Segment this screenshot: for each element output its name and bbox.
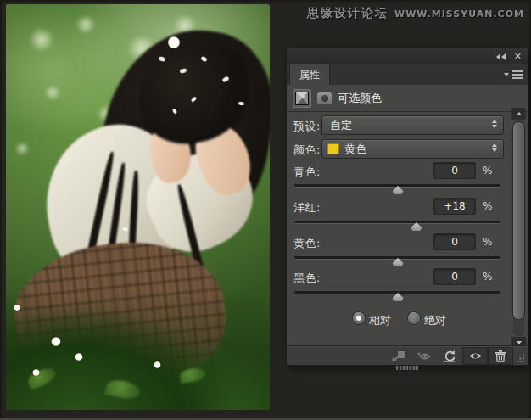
cyan-slider-track[interactable] — [294, 184, 500, 187]
color-value: 黄色 — [344, 142, 366, 157]
clip-to-layer-icon — [391, 350, 406, 362]
magenta-unit: % — [483, 200, 492, 212]
dropdown-spinner-icon — [492, 143, 497, 152]
black-unit: % — [483, 271, 492, 283]
visibility-button[interactable] — [462, 347, 488, 365]
view-previous-state-button[interactable] — [411, 347, 437, 365]
adjustment-header: 可选颜色 — [287, 85, 528, 111]
view-previous-state-icon — [416, 350, 433, 361]
yellow-slider-track[interactable] — [294, 256, 500, 259]
magenta-slider-track[interactable] — [294, 221, 500, 223]
watermark-site-url: WWW.MISSYUAN.COM — [394, 8, 524, 20]
preset-dropdown[interactable]: 自定 — [322, 116, 503, 134]
preset-label: 预设: — [293, 119, 321, 134]
photo-flower — [154, 361, 161, 368]
panel-toolbar — [287, 345, 528, 365]
cyan-unit: % — [483, 165, 492, 176]
absolute-radio[interactable] — [408, 312, 420, 324]
collapse-panel-icon[interactable] — [496, 52, 506, 61]
magenta-value-field[interactable]: +18 — [434, 199, 475, 214]
photo-flower — [51, 337, 61, 346]
photo-bokeh — [14, 143, 31, 154]
yellow-label: 黄色: — [293, 236, 321, 251]
cyan-label: 青色: — [293, 165, 321, 180]
photo-flower — [167, 36, 181, 48]
relative-radio-label[interactable]: 相对 — [369, 313, 391, 328]
magenta-slider-thumb[interactable] — [411, 222, 422, 231]
preset-value: 自定 — [330, 118, 352, 133]
scrollbar-thumb[interactable] — [513, 122, 524, 319]
relative-radio[interactable] — [353, 312, 365, 324]
panel-scrollbar — [511, 108, 526, 349]
black-slider-thumb[interactable] — [393, 293, 404, 301]
close-panel-icon[interactable]: ✕ — [514, 52, 522, 61]
screenshot: 思缘设计论坛 WWW.MISSYUAN.COM ✕ 属性 可选颜色 预设: 自定… — [0, 0, 531, 420]
watermark: 思缘设计论坛 WWW.MISSYUAN.COM — [307, 6, 524, 21]
resize-grip-icon — [516, 354, 525, 363]
yellow-slider-thumb[interactable] — [393, 258, 404, 266]
cyan-value-field[interactable]: 0 — [434, 163, 475, 178]
color-swatch — [327, 143, 339, 154]
absolute-radio-label[interactable]: 绝对 — [424, 313, 446, 328]
panel-tab-bar: 属性 — [287, 64, 528, 85]
panel-titlebar: ✕ — [287, 48, 528, 64]
cyan-slider-thumb[interactable] — [393, 186, 404, 194]
trash-icon — [495, 350, 506, 362]
color-label: 颜色: — [293, 143, 321, 158]
photo-flower — [14, 305, 20, 311]
tab-properties[interactable]: 属性 — [289, 64, 330, 85]
black-value-field[interactable]: 0 — [434, 269, 475, 284]
panel-resize-grip[interactable] — [513, 347, 527, 365]
adjustment-title: 可选颜色 — [338, 91, 382, 106]
color-dropdown[interactable]: 黄色 — [322, 140, 503, 158]
selective-color-adjustment-icon[interactable] — [293, 89, 311, 108]
panel-menu-icon[interactable] — [504, 70, 523, 79]
scroll-up-icon[interactable] — [511, 108, 526, 120]
yellow-value-field[interactable]: 0 — [434, 234, 475, 249]
reset-button[interactable] — [437, 347, 462, 365]
eye-icon — [467, 350, 483, 361]
watermark-site-name: 思缘设计论坛 — [307, 6, 388, 21]
photo-bokeh — [27, 29, 56, 51]
delete-adjustment-button[interactable] — [488, 347, 513, 365]
dropdown-spinner-icon — [492, 120, 497, 128]
panel-content: 预设: 自定 颜色: 黄色 青色: 0 % 洋红: +18 % 黄色: 0 — [287, 111, 528, 345]
reset-icon — [443, 350, 456, 362]
clip-to-layer-button[interactable] — [386, 347, 411, 365]
panel-height-grip[interactable] — [396, 366, 418, 370]
properties-panel: ✕ 属性 可选颜色 预设: 自定 颜色: 黄色 — [287, 48, 528, 365]
clip-to-layer-indicator-icon[interactable] — [317, 92, 332, 104]
magenta-label: 洋红: — [293, 200, 321, 216]
black-label: 黑色: — [293, 271, 321, 286]
photo-bokeh — [43, 86, 62, 99]
yellow-unit: % — [483, 236, 492, 248]
black-slider-track[interactable] — [294, 291, 500, 294]
photo-flower — [75, 353, 83, 361]
photo-preview — [6, 4, 270, 410]
